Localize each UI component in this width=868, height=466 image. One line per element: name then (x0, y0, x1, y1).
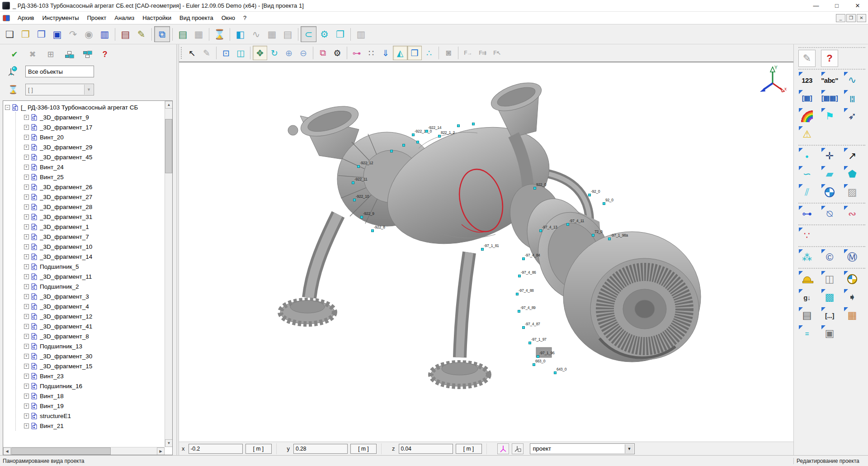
tree-item[interactable]: +_3D_фрагмент_30 (16, 351, 165, 361)
surface-icon[interactable]: ▰ (821, 166, 838, 183)
tree-item[interactable]: +_3D_фрагмент_14 (16, 252, 165, 262)
gears-button[interactable]: ⚙ (316, 26, 332, 42)
point-icon[interactable]: ● (798, 147, 816, 165)
plot-button[interactable]: ∿ (248, 26, 264, 42)
open-project-button[interactable]: ❐ (18, 26, 33, 42)
export-button[interactable]: ▥ (353, 26, 369, 42)
spray-icon[interactable]: ⁂ (798, 249, 816, 266)
edit-document-button[interactable]: ✎ (133, 26, 149, 42)
y-value-input[interactable] (293, 444, 348, 454)
tree-expander-icon[interactable]: + (24, 135, 29, 140)
model-point-marker[interactable]: -922_11 (352, 181, 354, 184)
curve-plot-icon[interactable]: ∿ (844, 71, 861, 89)
notes-document-button[interactable]: ▤ (175, 26, 191, 42)
tree-item[interactable]: +Подшипник_13 (16, 341, 165, 351)
model-point-marker[interactable] (416, 141, 419, 143)
gravity-icon[interactable]: g↓ (798, 289, 816, 306)
balance-icon[interactable] (844, 271, 861, 288)
tree-item[interactable]: +_3D_фрагмент_29 (16, 142, 165, 152)
tree-item[interactable]: +_3D_фрагмент_8 (16, 331, 165, 341)
solid-mode-button[interactable]: ❒ (407, 46, 422, 60)
tree-item[interactable]: +_3D_фрагмент_31 (16, 212, 165, 222)
list-doc-icon[interactable]: ▤ (798, 307, 816, 324)
model-point-marker[interactable]: 643_0 (554, 371, 557, 374)
open-archive-button[interactable]: ❐ (33, 26, 49, 42)
tree-item[interactable]: +_3D_фрагмент_28 (16, 202, 165, 212)
menu-настройки[interactable]: Настройки (138, 13, 175, 23)
help-doc-icon[interactable]: ? (821, 50, 838, 67)
tree-expander-icon[interactable]: + (24, 115, 29, 120)
burn-disc-button[interactable]: ◉ (81, 26, 97, 42)
apply-button[interactable]: ✔ (9, 49, 20, 60)
ellipsis-icon[interactable]: [...] (821, 307, 838, 324)
solids-icon[interactable]: ⬟ (844, 166, 861, 183)
menu-инструменты[interactable]: Инструменты (38, 13, 83, 23)
minimize-button[interactable]: — (806, 0, 826, 11)
z-value-input[interactable] (399, 444, 453, 454)
tree-item[interactable]: +_3D_фрагмент_15 (16, 361, 165, 371)
panes-button[interactable]: ⊞ (45, 49, 56, 60)
expand-tree-button[interactable] (63, 49, 74, 60)
mdi-restore-button[interactable]: ❐ (846, 14, 856, 22)
tree-expander-icon[interactable]: − (5, 105, 10, 110)
tree-item[interactable]: +_3D_фрагмент_3 (16, 291, 165, 301)
tree-item[interactable]: +Подшипник_2 (16, 281, 165, 291)
tree-item[interactable]: +_3D_фрагмент_7 (16, 232, 165, 242)
tree-expander-icon[interactable]: + (24, 334, 29, 339)
tree-item[interactable]: +structureE1 (16, 411, 165, 421)
model-point-marker[interactable]: 822_1_2 (438, 135, 441, 138)
model-point-marker[interactable]: -922_12 (357, 165, 360, 168)
menu-архив[interactable]: Архив (14, 13, 38, 23)
tree-expander-icon[interactable]: + (24, 414, 29, 418)
monitor-clock-button[interactable]: ◧ (232, 26, 248, 42)
new-document-button[interactable]: ❏ (2, 26, 18, 42)
rocket-icon[interactable]: ➶ (844, 108, 861, 125)
model-point-marker[interactable]: -97_4_86 (518, 275, 521, 277)
scroll-up-icon[interactable]: ▲ (165, 101, 173, 109)
model-point-marker[interactable]: -97_4_13 (539, 229, 542, 232)
select-cursor-button[interactable]: ↖ (185, 46, 199, 60)
equals-doc-icon[interactable]: = (798, 325, 816, 342)
tree-expander-icon[interactable]: + (24, 374, 29, 379)
node-grid-button[interactable]: ∷ (364, 46, 378, 60)
menu-проект[interactable]: Проект (83, 13, 111, 23)
tree-expander-icon[interactable]: + (24, 145, 29, 150)
menu-анализ[interactable]: Анализ (110, 13, 138, 23)
collapse-tree-button[interactable] (81, 49, 92, 60)
view-cube-button[interactable]: ◫ (233, 46, 248, 60)
tree-item[interactable]: +Винт_21 (16, 421, 165, 431)
report-document-button[interactable]: ▤ (118, 26, 133, 42)
calculator-button[interactable]: ▦ (191, 26, 207, 42)
tree-expander-icon[interactable]: + (24, 284, 29, 289)
scroll-down-icon[interactable]: ▼ (165, 439, 173, 447)
tree-item[interactable]: +Винт_18 (16, 391, 165, 401)
pan-button[interactable]: ✥ (253, 46, 267, 60)
f-run-cursor-button[interactable]: F↖ (490, 46, 504, 60)
model-point-marker[interactable]: 922_0 (533, 187, 536, 190)
model-point-marker[interactable]: -922_8 (371, 229, 374, 232)
model-point-marker[interactable]: -97_1_81 (481, 248, 484, 251)
tree-expander-icon[interactable]: + (24, 344, 29, 349)
tree-vertical-scrollbar[interactable]: ▲ ▼ (165, 101, 172, 447)
model-point-marker[interactable]: -97_1_96 (537, 355, 539, 358)
tree-item[interactable]: +Винт_19 (16, 401, 165, 411)
axes-icon[interactable]: ✛ (821, 147, 838, 165)
flag-icon[interactable]: ⚑ (821, 108, 838, 125)
menu-окно[interactable]: Окно (217, 13, 239, 23)
tree-root[interactable]: −[_ РД-336-103 Турбонасосный агрегат СБ (5, 102, 165, 112)
tree-item[interactable]: +Подшипник_16 (16, 381, 165, 391)
tree-expander-icon[interactable]: + (24, 354, 29, 359)
tree-item[interactable]: +_3D_фрагмент_9 (16, 112, 165, 122)
cancel-button[interactable]: ✖ (27, 49, 38, 60)
tree-item[interactable]: +_3D_фрагмент_27 (16, 192, 165, 202)
tree-item[interactable]: +_3D_фрагмент_11 (16, 271, 165, 281)
numeric-value-icon[interactable]: 123 (798, 71, 816, 89)
tree-item[interactable]: +Винт_20 (16, 132, 165, 142)
section-dropdown[interactable]: [ ] ▼ (25, 84, 94, 95)
zoom-in-button[interactable]: ⊕ (282, 46, 296, 60)
model-point-marker[interactable] (472, 123, 475, 125)
curve-icon[interactable]: ∽ (798, 166, 816, 183)
table-button[interactable]: ▦ (264, 26, 280, 42)
scrollbar-thumb[interactable] (165, 119, 172, 173)
tree-horizontal-scrollbar[interactable]: ◀ ▶ (3, 447, 165, 455)
